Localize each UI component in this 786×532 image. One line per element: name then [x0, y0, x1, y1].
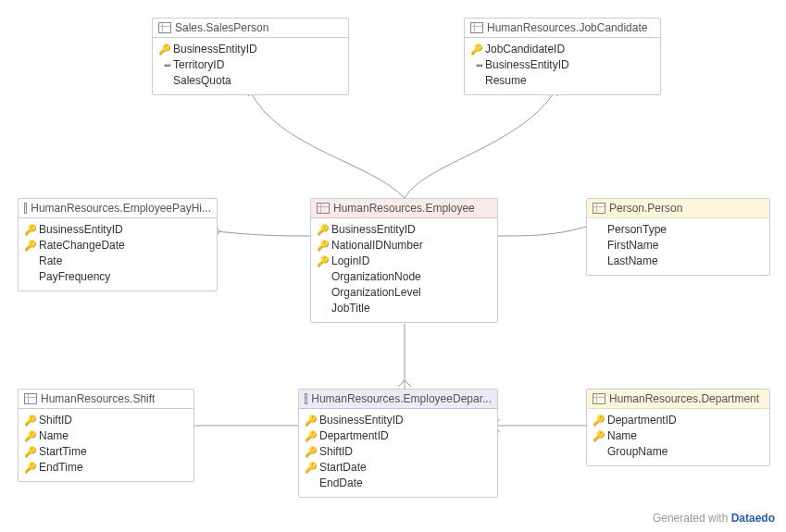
entity-body: 🔑BusinessEntityID🔑NationalIDNumber🔑Login…	[311, 218, 497, 322]
column-row: JobTitle	[317, 301, 492, 316]
entity-body: PersonTypeFirstNameLastName	[587, 218, 769, 275]
entity-name: HumanResources.EmployeePayHi...	[31, 202, 211, 215]
foreign-key-icon: ➥	[470, 57, 483, 73]
column-row: ➥BusinessEntityID	[470, 57, 655, 73]
column-name: BusinessEntityID	[319, 413, 404, 428]
column-name: PersonType	[607, 222, 667, 238]
footer-generated-with: Generated with Dataedo	[653, 512, 775, 525]
table-icon	[24, 393, 37, 404]
column-row: PersonType	[593, 222, 764, 238]
column-row: 🔑Name	[593, 428, 764, 444]
column-name: Rate	[39, 254, 62, 269]
primary-key-icon: 🔑	[593, 413, 605, 428]
entity-name: Sales.SalesPerson	[175, 21, 268, 34]
table-icon	[593, 393, 605, 404]
entity-name: HumanResources.EmployeeDepar...	[311, 392, 492, 405]
unique-key-icon: 🔑	[24, 428, 37, 444]
entity-hr-jobcandidate[interactable]: HumanResources.JobCandidate 🔑JobCandidat…	[464, 18, 661, 95]
entity-hr-department[interactable]: HumanResources.Department 🔑DepartmentID🔑…	[586, 389, 770, 466]
unique-key-icon: 🔑	[24, 460, 37, 476]
column-row: 🔑BusinessEntityID	[158, 42, 343, 57]
entity-name: HumanResources.JobCandidate	[487, 21, 647, 34]
column-name: JobCandidateID	[485, 42, 565, 57]
column-name: OrganizationNode	[331, 269, 421, 285]
column-row: 🔑ShiftID	[305, 444, 492, 460]
column-name: LastName	[607, 254, 658, 269]
table-icon	[158, 22, 171, 33]
entity-name: Person.Person	[609, 202, 682, 215]
column-row: 🔑Name	[24, 428, 188, 444]
column-row: FirstName	[593, 238, 764, 254]
unique-key-icon: 🔑	[317, 254, 330, 269]
column-row: 🔑DepartmentID	[593, 413, 764, 428]
column-name: StartTime	[39, 444, 87, 460]
primary-key-icon: 🔑	[305, 413, 318, 428]
column-name: RateChangeDate	[39, 238, 125, 254]
column-row: 🔑BusinessEntityID	[317, 222, 492, 238]
primary-key-icon: 🔑	[470, 42, 483, 57]
column-row: OrganizationNode	[317, 269, 492, 285]
column-row: 🔑NationalIDNumber	[317, 238, 492, 254]
table-icon	[317, 203, 330, 214]
column-name: JobTitle	[331, 301, 370, 316]
column-name: BusinessEntityID	[331, 222, 416, 238]
brand-link[interactable]: Dataedo	[731, 512, 775, 525]
column-name: DepartmentID	[319, 428, 389, 444]
column-name: StartDate	[319, 460, 367, 476]
primary-key-icon: 🔑	[305, 428, 318, 444]
column-name: SalesQuota	[173, 73, 231, 89]
column-row: 🔑EndTime	[24, 460, 188, 476]
unique-key-icon: 🔑	[593, 428, 605, 444]
entity-person-person[interactable]: Person.Person PersonTypeFirstNameLastNam…	[586, 198, 770, 276]
column-row: SalesQuota	[158, 73, 343, 89]
entity-header: HumanResources.Employee	[311, 199, 497, 218]
column-name: BusinessEntityID	[39, 222, 123, 238]
column-row: 🔑StartTime	[24, 444, 188, 460]
primary-key-icon: 🔑	[158, 42, 171, 57]
entity-name: HumanResources.Employee	[333, 202, 475, 215]
column-name: BusinessEntityID	[173, 42, 257, 57]
column-row: 🔑RateChangeDate	[24, 238, 211, 254]
column-row: 🔑BusinessEntityID	[24, 222, 211, 238]
column-row: 🔑StartDate	[305, 460, 492, 476]
primary-key-icon: 🔑	[24, 238, 37, 254]
table-icon	[24, 203, 27, 214]
column-name: OrganizationLevel	[331, 285, 421, 301]
entity-header: HumanResources.Department	[587, 390, 769, 409]
column-name: TerritoryID	[173, 57, 224, 73]
primary-key-icon: 🔑	[305, 444, 318, 460]
entity-header: Person.Person	[587, 199, 769, 218]
entity-header: HumanResources.Shift	[19, 390, 193, 409]
entity-body: 🔑ShiftID🔑Name🔑StartTime🔑EndTime	[19, 409, 193, 481]
column-row: EndDate	[305, 476, 492, 491]
entity-hr-employee[interactable]: HumanResources.Employee 🔑BusinessEntityI…	[310, 198, 498, 323]
column-row: ➥TerritoryID	[158, 57, 343, 73]
column-name: Name	[39, 428, 69, 444]
entity-name: HumanResources.Shift	[41, 392, 155, 405]
primary-key-icon: 🔑	[24, 222, 37, 238]
entity-hr-employeedepartmenthistory[interactable]: HumanResources.EmployeeDepar... 🔑Busines…	[298, 389, 498, 498]
entity-hr-employeepayhistory[interactable]: HumanResources.EmployeePayHi... 🔑Busines…	[18, 198, 218, 291]
primary-key-icon: 🔑	[317, 222, 330, 238]
unique-key-icon: 🔑	[24, 444, 37, 460]
column-row: 🔑DepartmentID	[305, 428, 492, 444]
entity-hr-shift[interactable]: HumanResources.Shift 🔑ShiftID🔑Name🔑Start…	[18, 389, 194, 482]
entity-name: HumanResources.Department	[609, 392, 759, 405]
column-name: Resume	[485, 73, 527, 89]
entity-sales-salesperson[interactable]: Sales.SalesPerson 🔑BusinessEntityID➥Terr…	[152, 18, 349, 95]
column-name: LoginID	[331, 254, 369, 269]
entity-body: 🔑DepartmentID🔑NameGroupName	[587, 409, 769, 465]
column-name: ShiftID	[319, 444, 353, 460]
column-name: EndDate	[319, 476, 363, 491]
table-icon	[305, 393, 307, 404]
column-row: Rate	[24, 254, 211, 269]
entity-body: 🔑BusinessEntityID➥TerritoryIDSalesQuota	[153, 38, 348, 94]
entity-header: HumanResources.EmployeeDepar...	[299, 390, 497, 409]
table-icon	[470, 22, 483, 33]
column-row: 🔑JobCandidateID	[470, 42, 655, 57]
unique-key-icon: 🔑	[317, 238, 330, 254]
column-row: 🔑LoginID	[317, 254, 492, 269]
column-name: GroupName	[607, 444, 667, 460]
column-row: 🔑BusinessEntityID	[305, 413, 492, 428]
column-name: BusinessEntityID	[485, 57, 569, 73]
